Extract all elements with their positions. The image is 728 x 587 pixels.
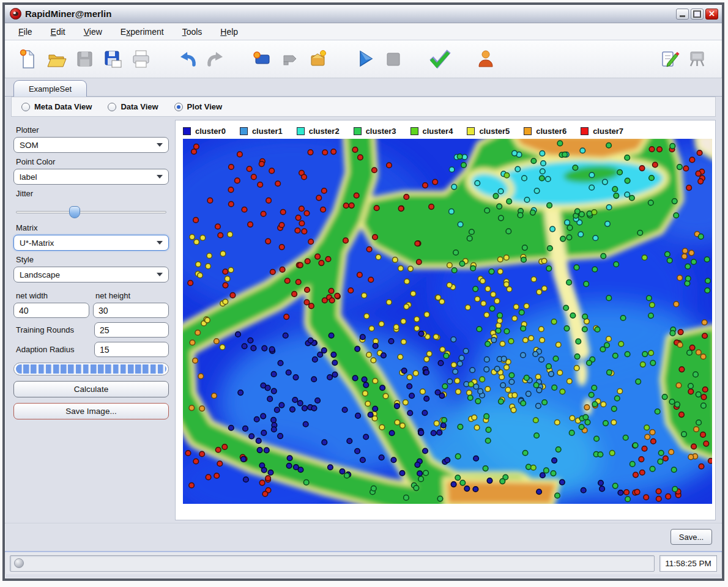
adaption-radius-field[interactable]	[94, 342, 169, 357]
training-rounds-label: Training Rounds	[16, 325, 94, 334]
menu-edit[interactable]: Edit	[45, 25, 72, 39]
adaption-radius-label: Adaption Radius	[16, 345, 94, 354]
legend-item-cluster1: cluster1	[240, 127, 283, 136]
net-height-field[interactable]	[93, 303, 169, 318]
package-icon[interactable]	[305, 45, 333, 73]
menu-help[interactable]: Help	[214, 25, 244, 39]
menu-bar: FileEditViewExperimentToolsHelp	[5, 23, 722, 40]
save-icon[interactable]	[71, 45, 99, 73]
radio-icon[interactable]	[108, 103, 116, 111]
net-width-label: net width	[16, 291, 89, 300]
training-rounds-field[interactable]	[94, 322, 169, 338]
legend-swatch	[524, 127, 532, 135]
legend-label: cluster3	[366, 127, 396, 136]
close-button[interactable]: ✕	[705, 9, 718, 20]
legend-item-cluster0: cluster0	[183, 127, 226, 136]
status-sphere-icon	[14, 558, 24, 568]
legend-label: cluster6	[536, 127, 566, 136]
minimize-button[interactable]	[676, 9, 689, 20]
legend-label: cluster0	[195, 127, 226, 136]
radio-label: Plot View	[187, 102, 223, 111]
maximize-button[interactable]	[691, 9, 704, 20]
plotter-value: SOM	[20, 141, 39, 150]
plotter-dropdown[interactable]: SOM	[13, 137, 169, 153]
legend-swatch	[240, 127, 248, 135]
user-icon[interactable]	[472, 45, 500, 73]
plotter-label: Plotter	[16, 125, 169, 135]
app-window: RapidMiner@merlin ✕ FileEditViewExperime…	[2, 2, 724, 581]
menu-experiment[interactable]: Experiment	[114, 25, 170, 39]
legend-item-cluster6: cluster6	[524, 127, 566, 136]
progress-fill	[16, 364, 166, 374]
cluster-legend: cluster0cluster1cluster2cluster3cluster4…	[183, 124, 715, 138]
slider-track	[16, 211, 166, 213]
print-icon[interactable]	[127, 45, 155, 73]
jitter-label: Jitter	[16, 189, 169, 198]
radio-icon[interactable]	[174, 103, 183, 111]
point-color-value: label	[20, 172, 37, 182]
tab-exampleset[interactable]: ExampleSet	[13, 80, 87, 97]
style-label: Style	[16, 255, 169, 264]
matrix-value: U*-Matrix	[20, 238, 54, 248]
net-width-field[interactable]	[13, 303, 89, 318]
validate-icon[interactable]	[426, 45, 454, 73]
matrix-dropdown[interactable]: U*-Matrix	[13, 235, 169, 251]
run-icon[interactable]	[351, 45, 379, 73]
chevron-down-icon	[157, 143, 163, 147]
window-title: RapidMiner@merlin	[25, 9, 111, 19]
view-mode-data-view[interactable]: Data View	[108, 102, 158, 111]
calculate-button[interactable]: Calculate	[13, 381, 169, 397]
status-bar: 11:58:25 PM	[5, 551, 722, 574]
view-mode-strip: Meta Data ViewData ViewPlot View	[11, 97, 716, 117]
legend-item-cluster3: cluster3	[354, 127, 396, 136]
save-image-button[interactable]: Save Image...	[13, 403, 169, 419]
legend-label: cluster2	[309, 127, 340, 136]
radio-label: Data View	[121, 102, 158, 111]
point-color-dropdown[interactable]: label	[13, 169, 169, 185]
legend-label: cluster7	[593, 127, 623, 136]
stop-icon[interactable]	[379, 45, 407, 73]
legend-label: cluster5	[479, 127, 510, 136]
title-bar: RapidMiner@merlin ✕	[5, 5, 722, 23]
som-plot[interactable]	[183, 139, 712, 504]
menu-file[interactable]: File	[12, 25, 39, 39]
training-progress-bar	[13, 363, 169, 375]
chevron-down-icon	[157, 175, 163, 179]
jitter-slider[interactable]	[16, 205, 166, 219]
legend-item-cluster2: cluster2	[297, 127, 340, 136]
menu-view[interactable]: View	[78, 25, 108, 39]
matrix-label: Matrix	[16, 223, 169, 232]
legend-item-cluster7: cluster7	[581, 127, 623, 136]
style-value: Landscape	[20, 270, 60, 279]
breakpoint-icon[interactable]	[248, 45, 277, 73]
tab-strip: ExampleSet	[5, 78, 722, 97]
board-icon[interactable]	[684, 45, 712, 73]
toolbar	[5, 40, 722, 78]
stamp-icon[interactable]	[277, 45, 305, 73]
redo-icon[interactable]	[202, 45, 230, 73]
notes-icon[interactable]	[656, 45, 684, 73]
legend-swatch	[183, 127, 191, 135]
menu-tools[interactable]: Tools	[176, 25, 209, 39]
style-dropdown[interactable]: Landscape	[13, 267, 169, 282]
radio-icon[interactable]	[21, 103, 30, 111]
view-mode-meta-data-view[interactable]: Meta Data View	[21, 102, 92, 111]
legend-swatch	[410, 127, 418, 135]
point-color-label: Point Color	[16, 157, 169, 166]
status-message-panel	[10, 555, 655, 572]
save-button[interactable]: Save...	[670, 529, 712, 545]
chevron-down-icon	[157, 273, 163, 276]
chevron-down-icon	[157, 241, 163, 245]
undo-icon[interactable]	[174, 45, 202, 73]
content-area: Plotter SOM Point Color label Jitter Mat…	[5, 117, 722, 523]
slider-thumb[interactable]	[69, 206, 80, 218]
view-mode-plot-view[interactable]: Plot View	[174, 102, 223, 111]
save-as-icon[interactable]	[99, 45, 127, 73]
radio-label: Meta Data View	[34, 102, 92, 111]
legend-swatch	[467, 127, 475, 135]
open-folder-icon[interactable]	[43, 45, 71, 73]
legend-label: cluster4	[423, 127, 453, 136]
legend-swatch	[297, 127, 305, 135]
plot-panel: cluster0cluster1cluster2cluster3cluster4…	[175, 120, 716, 520]
new-file-icon[interactable]	[15, 45, 43, 73]
